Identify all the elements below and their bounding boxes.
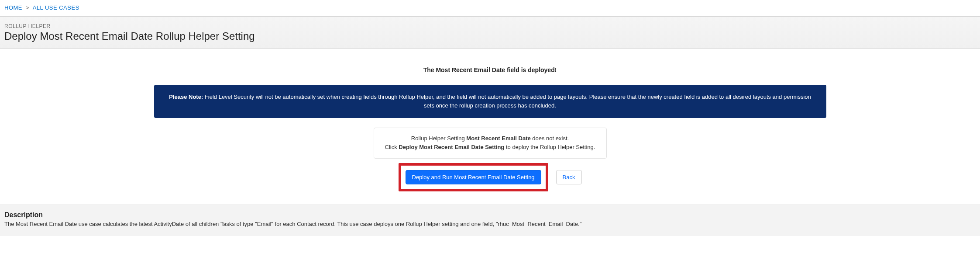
back-button[interactable]: Back: [556, 170, 582, 184]
please-note-label: Please Note:: [169, 94, 203, 100]
breadcrumb-sep-icon: >: [26, 4, 29, 11]
setting-name: Most Recent Email Date: [466, 135, 530, 142]
setting-exists-line-pre: Rollup Helper Setting: [411, 135, 466, 142]
page-header-subtitle: ROLLUP HELPER: [4, 23, 976, 29]
description-heading: Description: [4, 211, 976, 219]
please-note-banner: Please Note: Field Level Security will n…: [154, 85, 826, 118]
page-title: Deploy Most Recent Email Date Rollup Hel…: [4, 30, 976, 42]
deploy-and-run-button[interactable]: Deploy and Run Most Recent Email Date Se…: [406, 170, 541, 184]
deploy-button-highlight: Deploy and Run Most Recent Email Date Se…: [399, 163, 548, 191]
setting-instruction-pre: Click: [385, 144, 399, 150]
main-content: The Most Recent Email Date field is depl…: [0, 49, 980, 205]
please-note-text: Field Level Security will not be automat…: [203, 94, 811, 109]
setting-instruction-post: to deploy the Rollup Helper Setting.: [504, 144, 595, 150]
setting-status-card: Rollup Helper Setting Most Recent Email …: [374, 128, 607, 158]
deploy-status-text: The Most Recent Email Date field is depl…: [0, 66, 980, 73]
action-buttons-row: Deploy and Run Most Recent Email Date Se…: [374, 163, 607, 191]
setting-exists-line-post: does not exist.: [531, 135, 569, 142]
breadcrumb-home-link[interactable]: HOME: [4, 4, 22, 11]
description-text: The Most Recent Email Date use case calc…: [4, 221, 976, 227]
breadcrumb-all-use-cases-link[interactable]: ALL USE CASES: [33, 4, 79, 11]
breadcrumb: HOME > ALL USE CASES: [0, 0, 980, 17]
page-header: ROLLUP HELPER Deploy Most Recent Email D…: [0, 17, 980, 49]
setting-instruction-action: Deploy Most Recent Email Date Setting: [399, 144, 504, 150]
description-section: Description The Most Recent Email Date u…: [0, 205, 980, 236]
